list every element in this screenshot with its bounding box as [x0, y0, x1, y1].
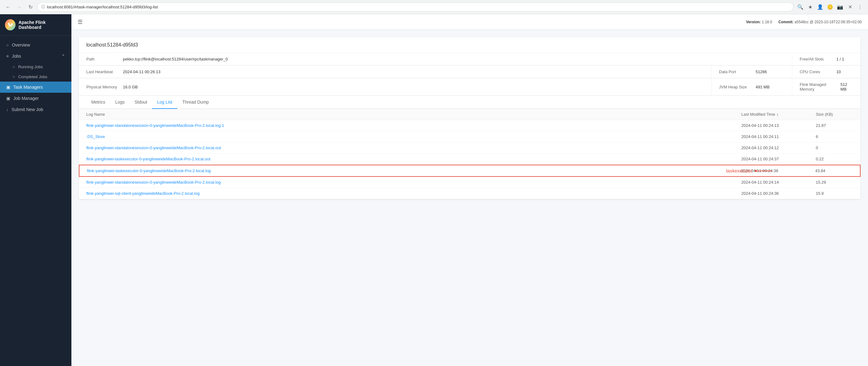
- sidebar-item-running-jobs[interactable]: ○ Running Jobs: [0, 62, 71, 72]
- task-managers-icon: ▣: [6, 85, 10, 90]
- tab-log-list[interactable]: Log List: [152, 96, 177, 109]
- sidebar-item-label-overview: Overview: [12, 42, 30, 47]
- forward-button[interactable]: →: [15, 3, 24, 11]
- table-row: .DS_Store 2024-04-11 00:24:11 6: [79, 131, 861, 142]
- log-time-1: 2024-04-11 00:24:11: [741, 134, 816, 139]
- sort-icon[interactable]: ↕: [776, 112, 779, 117]
- log-link-6[interactable]: flink-yanglinwei-sql-client-yanglinweide…: [86, 191, 199, 196]
- log-size-3: 0.22: [816, 157, 853, 161]
- running-jobs-icon: ○: [12, 64, 15, 69]
- table-row: flink-yanglinwei-standalonesession-0-yan…: [79, 177, 861, 188]
- main-content: localhost:51284-d95fd3 Path pekko.tcp://…: [71, 30, 868, 366]
- version-label: Version:: [746, 20, 761, 24]
- tab-metrics[interactable]: Metrics: [86, 96, 110, 109]
- table-row-highlighted: flink-yanglinwei-taskexecutor-0-yanglinw…: [79, 165, 861, 177]
- topbar-version-info: Version: 1.18.0 Commit: a5548cc @ 2023-1…: [746, 20, 862, 24]
- profile-button[interactable]: 👤: [816, 3, 825, 11]
- app-logo: 🐿: [5, 19, 16, 30]
- sidebar-item-label-submit-job: Submit New Job: [11, 107, 43, 112]
- jobs-icon: ≡: [6, 54, 9, 59]
- log-time-3: 2024-04-11 00:24:37: [741, 157, 816, 161]
- lock-icon: ⓘ: [41, 4, 45, 10]
- content-card: localhost:51284-d95fd3 Path pekko.tcp://…: [79, 37, 861, 199]
- info-path: Path pekko.tcp://flink@localhost:51284/u…: [79, 53, 792, 65]
- table-row: flink-yanglinwei-standalonesession-0-yan…: [79, 142, 861, 154]
- sidebar-item-completed-jobs[interactable]: ○ Completed Jobs: [0, 72, 71, 81]
- commit-label: Commit:: [778, 20, 794, 24]
- tab-thread-dump[interactable]: Thread Dump: [177, 96, 214, 109]
- tab-stdout[interactable]: Stdout: [129, 96, 152, 109]
- log-size-1: 6: [816, 134, 853, 139]
- browser-actions: 🔍 ★ 👤 🪙 📷 ✕ ⋮: [796, 3, 864, 11]
- table-header: Log Name Last Modified Time ↕ Size (KB): [79, 109, 861, 120]
- topbar: ☰ Version: 1.18.0 Commit: a5548cc @ 2023…: [71, 14, 868, 30]
- table-row: flink-yanglinwei-sql-client-yanglinweide…: [79, 188, 861, 199]
- close-tab-button[interactable]: ✕: [846, 3, 854, 11]
- app: 🐿 Apache Flink Dashboard ○ Overview ≡ Jo…: [0, 14, 868, 366]
- table-row: flink-yanglinwei-standalonesession-0-yan…: [79, 120, 861, 131]
- log-time-6: 2024-04-11 00:24:36: [741, 191, 816, 196]
- sidebar-item-label-jobs: Jobs: [12, 54, 21, 59]
- col-header-size: Size (KB): [816, 112, 853, 117]
- highlighted-row-wrapper: flink-yanglinwei-taskexecutor-0-yanglinw…: [79, 165, 861, 177]
- tabs: Metrics Logs Stdout Log List Thread Dump: [79, 96, 861, 109]
- commit-value: a5548cc @ 2023-10-18T22:09:35+02:00: [795, 20, 862, 24]
- info-heartbeat: Last Heartbeat 2024-04-11 00:26:13: [79, 66, 712, 78]
- reload-button[interactable]: ↻: [26, 3, 35, 11]
- url-text: localhost:8081/#/task-manager/localhost:…: [47, 5, 789, 9]
- log-link-5[interactable]: flink-yanglinwei-standalonesession-0-yan…: [86, 180, 221, 185]
- sidebar-item-overview[interactable]: ○ Overview: [0, 39, 71, 51]
- sidebar-item-label-completed-jobs: Completed Jobs: [18, 74, 47, 79]
- topbar-menu-button[interactable]: ☰: [78, 19, 83, 26]
- completed-jobs-icon: ○: [12, 74, 15, 79]
- back-button[interactable]: ←: [4, 3, 12, 11]
- search-button[interactable]: 🔍: [796, 3, 805, 11]
- extension-button[interactable]: 🪙: [826, 3, 834, 11]
- log-link-2[interactable]: flink-yanglinwei-standalonesession-0-yan…: [86, 145, 221, 150]
- menu-button[interactable]: ⋮: [856, 3, 864, 11]
- sidebar-item-label-running-jobs: Running Jobs: [18, 65, 43, 69]
- log-time-5: 2024-04-11 00:24:14: [741, 180, 816, 185]
- table-row: flink-yanglinwei-taskexecutor-0-yanglinw…: [79, 154, 861, 165]
- log-size-2: 0: [816, 145, 853, 150]
- log-link-1[interactable]: .DS_Store: [86, 134, 105, 139]
- job-manager-icon: ▣: [6, 96, 10, 101]
- sidebar-item-jobs[interactable]: ≡ Jobs ⌃: [0, 51, 71, 62]
- log-link-0[interactable]: flink-yanglinwei-standalonesession-0-yan…: [86, 123, 224, 128]
- info-flink-managed-memory: Flink Managed Memory 512 MB: [792, 78, 861, 96]
- col-header-time: Last Modified Time ↕: [741, 112, 816, 117]
- sidebar-nav: ○ Overview ≡ Jobs ⌃ ○ Running Jobs ○ Com…: [0, 36, 71, 366]
- sidebar-item-job-manager[interactable]: ▣ Job Manager: [0, 93, 71, 104]
- info-physical-memory: Physical Memory 16.0 GB: [79, 78, 712, 96]
- submit-job-icon: ↓: [6, 107, 8, 112]
- camera-button[interactable]: 📷: [836, 3, 844, 11]
- app-title: Apache Flink Dashboard: [19, 20, 66, 30]
- log-link-4[interactable]: flink-yanglinwei-taskexecutor-0-yanglinw…: [87, 168, 211, 173]
- log-size-6: 15.9: [816, 191, 853, 196]
- info-data-port: Data Port 51286: [712, 66, 792, 78]
- log-size-0: 21.87: [816, 123, 853, 128]
- tab-logs[interactable]: Logs: [110, 96, 129, 109]
- card-header: localhost:51284-d95fd3: [79, 37, 861, 53]
- overview-icon: ○: [6, 42, 9, 47]
- col-header-name: Log Name: [86, 112, 741, 117]
- log-time-0: 2024-04-11 00:24:13: [741, 123, 816, 128]
- version-value: 1.18.0: [762, 20, 772, 24]
- log-time-2: 2024-04-11 00:24:12: [741, 145, 816, 150]
- bookmark-button[interactable]: ★: [806, 3, 815, 11]
- info-jvm-heap: JVM Heap Size 491 MB: [712, 78, 792, 96]
- sidebar-item-task-managers[interactable]: ▣ Task Managers: [0, 81, 71, 93]
- info-cpu-cores: CPU Cores 10: [792, 66, 861, 78]
- page-title: localhost:51284-d95fd3: [86, 42, 138, 47]
- log-time-4: 2024-04-11 00:24:38: [741, 168, 815, 173]
- address-bar[interactable]: ⓘ localhost:8081/#/task-manager/localhos…: [37, 2, 794, 11]
- info-free-slots: Free/All Slots 1 / 1: [792, 53, 861, 65]
- sidebar-header: 🐿 Apache Flink Dashboard: [0, 14, 71, 36]
- sidebar-item-submit-job[interactable]: ↓ Submit New Job: [0, 104, 71, 115]
- sidebar: 🐿 Apache Flink Dashboard ○ Overview ≡ Jo…: [0, 14, 71, 366]
- browser-chrome: ← → ↻ ⓘ localhost:8081/#/task-manager/lo…: [0, 0, 868, 14]
- jobs-chevron-icon: ⌃: [61, 54, 65, 59]
- log-size-4: 43.84: [815, 168, 852, 173]
- log-link-3[interactable]: flink-yanglinwei-taskexecutor-0-yanglinw…: [86, 157, 211, 161]
- log-table: Log Name Last Modified Time ↕ Size (KB) …: [79, 109, 861, 199]
